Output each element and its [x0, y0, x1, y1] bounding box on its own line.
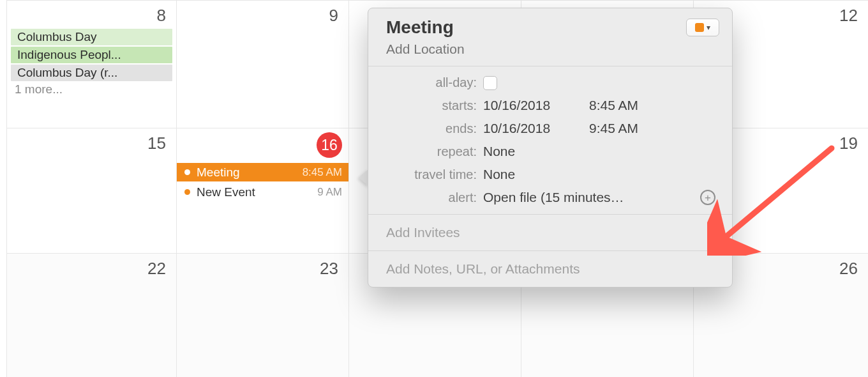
holiday-event[interactable]: Columbus Day	[11, 29, 172, 45]
event-color-dot	[184, 169, 190, 175]
calendar-grid: 8 Columbus Day Indigenous Peopl... Colum…	[0, 0, 868, 377]
popover-body: all-day: starts: 10/16/2018 8:45 AM ends…	[368, 66, 732, 215]
popover-header: ▾	[368, 8, 732, 66]
add-notes-input[interactable]: Add Notes, URL, or Attachments	[368, 251, 732, 287]
ends-date[interactable]: 10/16/2018	[483, 121, 566, 136]
add-alert-button[interactable]: +	[700, 190, 715, 205]
calendar-cell[interactable]: 22	[6, 253, 176, 377]
location-input[interactable]	[386, 42, 719, 57]
day-number: 19	[839, 134, 858, 153]
starts-date[interactable]: 10/16/2018	[483, 98, 566, 113]
calendar-cell[interactable]: 9	[176, 0, 348, 128]
all-day-checkbox[interactable]	[483, 76, 497, 90]
calendar-cell[interactable]: 15	[6, 128, 176, 253]
event-new-event[interactable]: New Event 9 AM	[177, 183, 348, 201]
event-time: 8:45 AM	[303, 166, 342, 179]
repeat-label: repeat:	[381, 144, 477, 159]
event-time: 9 AM	[317, 186, 342, 199]
day-number: 15	[147, 134, 166, 153]
today-badge: 16	[317, 132, 342, 158]
calendar-color-swatch	[695, 23, 704, 32]
holiday-event[interactable]: Indigenous Peopl...	[11, 47, 172, 63]
day-number: 12	[839, 6, 858, 26]
event-title: New Event	[197, 185, 311, 199]
calendar-color-picker[interactable]: ▾	[686, 19, 719, 36]
event-popover: ▾ all-day: starts: 10/16/2018 8:45 AM en…	[368, 8, 733, 288]
starts-time[interactable]: 8:45 AM	[589, 98, 638, 113]
event-color-dot	[184, 189, 190, 195]
alert-label: alert:	[381, 190, 477, 205]
day-number: 8	[157, 6, 166, 26]
event-title: Meeting	[197, 165, 296, 180]
plus-icon: +	[705, 192, 711, 203]
chevron-down-icon: ▾	[707, 23, 710, 32]
ends-time[interactable]: 9:45 AM	[589, 121, 638, 136]
calendar-cell-today[interactable]: 16 Meeting 8:45 AM New Event 9 AM	[176, 128, 348, 253]
day-number: 22	[147, 259, 166, 279]
day-number: 9	[329, 6, 338, 26]
event-title-input[interactable]	[386, 17, 619, 38]
travel-time-value[interactable]: None	[483, 167, 515, 182]
day-number: 23	[320, 259, 338, 279]
travel-time-label: travel time:	[381, 167, 477, 182]
day-number: 26	[839, 259, 858, 279]
more-events-link[interactable]: 1 more...	[15, 82, 176, 96]
holiday-event[interactable]: Columbus Day (r...	[11, 65, 172, 81]
starts-label: starts:	[381, 98, 477, 113]
all-day-label: all-day:	[381, 75, 477, 90]
calendar-cell[interactable]: 8 Columbus Day Indigenous Peopl... Colum…	[6, 0, 176, 128]
add-invitees-input[interactable]: Add Invitees	[368, 215, 732, 251]
repeat-value[interactable]: None	[483, 144, 515, 159]
alert-value[interactable]: Open file (15 minutes…	[483, 190, 694, 205]
ends-label: ends:	[381, 121, 477, 136]
event-meeting[interactable]: Meeting 8:45 AM	[177, 163, 348, 181]
calendar-cell[interactable]: 23	[176, 253, 348, 377]
